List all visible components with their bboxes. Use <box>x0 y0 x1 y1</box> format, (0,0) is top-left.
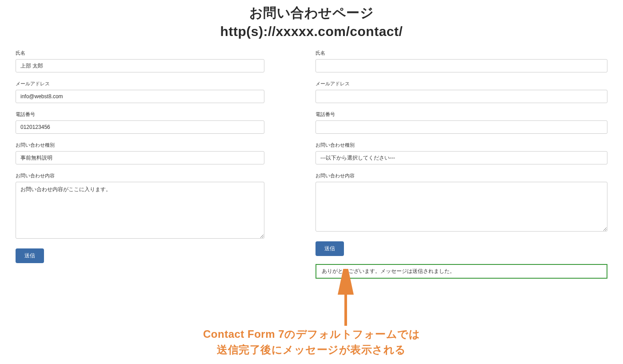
inquiry-type-placeholder: ---以下から選択してください--- <box>320 154 395 162</box>
email-label: メールアドレス <box>315 80 607 87</box>
name-input[interactable] <box>16 59 264 72</box>
name-label: 氏名 <box>315 50 607 56</box>
inquiry-content-textarea[interactable] <box>315 182 607 232</box>
name-input[interactable] <box>315 59 607 72</box>
annotation-line-1: Contact Form 7のデフォルトフォームでは <box>203 328 420 340</box>
inquiry-content-field: お問い合わせ内容 <box>16 172 264 240</box>
email-label: メールアドレス <box>16 80 264 87</box>
name-field: 氏名 <box>315 50 607 72</box>
contact-form-filled: 氏名 メールアドレス 電話番号 お問い合わせ種別 お問い合わせ内容 送信 <box>16 50 264 279</box>
title-line-1: お問い合わせページ <box>249 5 374 20</box>
phone-label: 電話番号 <box>315 111 607 118</box>
inquiry-type-field: お問い合わせ種別 ---以下から選択してください--- <box>315 142 607 164</box>
contact-form-submitted: 氏名 メールアドレス 電話番号 お問い合わせ種別 ---以下から選択してください… <box>315 50 607 279</box>
success-message: ありがとうございます。メッセージは送信されました。 <box>315 264 607 279</box>
inquiry-content-field: お問い合わせ内容 <box>315 172 607 233</box>
inquiry-content-label: お問い合わせ内容 <box>16 172 264 179</box>
inquiry-content-label: お問い合わせ内容 <box>315 172 607 179</box>
name-label: 氏名 <box>16 50 264 56</box>
email-input[interactable] <box>315 90 607 103</box>
inquiry-type-field: お問い合わせ種別 <box>16 142 264 164</box>
inquiry-type-input[interactable] <box>16 151 264 164</box>
submit-button[interactable]: 送信 <box>315 241 344 256</box>
page-header: お問い合わせページ http(s)://xxxxx.com/contact/ <box>0 0 623 50</box>
inquiry-type-label: お問い合わせ種別 <box>16 142 264 148</box>
title-line-2: http(s)://xxxxx.com/contact/ <box>220 24 403 39</box>
name-field: 氏名 <box>16 50 264 72</box>
page-title: お問い合わせページ http(s)://xxxxx.com/contact/ <box>0 4 623 41</box>
phone-field: 電話番号 <box>315 111 607 134</box>
inquiry-type-select[interactable]: ---以下から選択してください--- <box>315 151 607 164</box>
annotation-text: Contact Form 7のデフォルトフォームでは 送信完了後にメッセージが表… <box>0 327 623 358</box>
inquiry-content-textarea[interactable] <box>16 182 264 239</box>
phone-input[interactable] <box>315 120 607 134</box>
email-input[interactable] <box>16 90 264 103</box>
phone-input[interactable] <box>16 120 264 134</box>
annotation-line-2: 送信完了後にメッセージが表示される <box>217 344 406 356</box>
submit-button[interactable]: 送信 <box>16 248 44 263</box>
email-field: メールアドレス <box>315 80 607 103</box>
email-field: メールアドレス <box>16 80 264 103</box>
phone-label: 電話番号 <box>16 111 264 118</box>
phone-field: 電話番号 <box>16 111 264 134</box>
inquiry-type-label: お問い合わせ種別 <box>315 142 607 148</box>
forms-container: 氏名 メールアドレス 電話番号 お問い合わせ種別 お問い合わせ内容 送信 氏名 … <box>0 50 623 279</box>
